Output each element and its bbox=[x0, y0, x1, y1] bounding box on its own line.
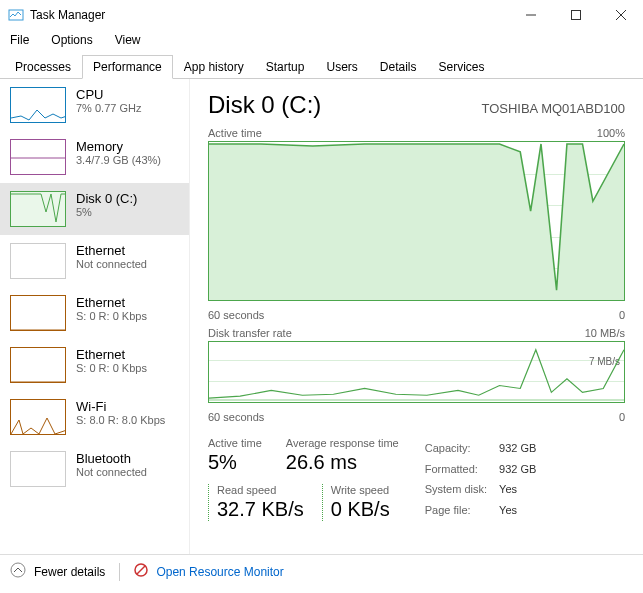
sidebar-item-bt-7[interactable]: BluetoothNot connected bbox=[0, 443, 189, 495]
thumb-mem bbox=[10, 139, 66, 175]
chart2-axis-left: 60 seconds bbox=[208, 411, 264, 423]
resource-monitor-icon bbox=[134, 563, 148, 580]
chart1-label-left: Active time bbox=[208, 127, 262, 139]
sidebar-sub: Not connected bbox=[76, 258, 147, 270]
thumb-cpu bbox=[10, 87, 66, 123]
thumb-wifi bbox=[10, 399, 66, 435]
sidebar-item-eth1-4[interactable]: EthernetS: 0 R: 0 Kbps bbox=[0, 287, 189, 339]
write-speed-label: Write speed bbox=[331, 484, 390, 496]
window-title: Task Manager bbox=[30, 8, 508, 22]
sidebar-title: Ethernet bbox=[76, 347, 147, 362]
sidebar-title: CPU bbox=[76, 87, 141, 102]
close-button[interactable] bbox=[598, 0, 643, 30]
titlebar[interactable]: Task Manager bbox=[0, 0, 643, 30]
thumb-bt bbox=[10, 451, 66, 487]
tab-details[interactable]: Details bbox=[369, 55, 428, 79]
avg-response-value: 26.6 ms bbox=[286, 451, 399, 474]
sidebar-item-cpu-0[interactable]: CPU7% 0.77 GHz bbox=[0, 79, 189, 131]
tab-performance[interactable]: Performance bbox=[82, 55, 173, 79]
chart1-axis-right: 0 bbox=[619, 309, 625, 321]
sidebar-item-wifi-6[interactable]: Wi-FiS: 8.0 R: 8.0 Kbps bbox=[0, 391, 189, 443]
sidebar-sub: 7% 0.77 GHz bbox=[76, 102, 141, 114]
sidebar-title: Disk 0 (C:) bbox=[76, 191, 137, 206]
sidebar-sub: Not connected bbox=[76, 466, 147, 478]
sidebar-item-eth0-3[interactable]: EthernetNot connected bbox=[0, 235, 189, 287]
svg-rect-2 bbox=[571, 11, 580, 20]
tab-users[interactable]: Users bbox=[315, 55, 368, 79]
menu-view[interactable]: View bbox=[111, 31, 145, 49]
sidebar-item-disk-2[interactable]: Disk 0 (C:)5% bbox=[0, 183, 189, 235]
write-speed-value: 0 KB/s bbox=[331, 498, 390, 521]
sidebar-sub: S: 0 R: 0 Kbps bbox=[76, 310, 147, 322]
sidebar-sub: 3.4/7.9 GB (43%) bbox=[76, 154, 161, 166]
menu-options[interactable]: Options bbox=[47, 31, 96, 49]
chevron-up-icon bbox=[10, 562, 26, 581]
fewer-details-button[interactable]: Fewer details bbox=[34, 565, 105, 579]
sidebar-item-eth1-5[interactable]: EthernetS: 0 R: 0 Kbps bbox=[0, 339, 189, 391]
page-title: Disk 0 (C:) bbox=[208, 91, 321, 119]
minimize-button[interactable] bbox=[508, 0, 553, 30]
thumb-eth1 bbox=[10, 347, 66, 383]
chart2-label-right: 10 MB/s bbox=[585, 327, 625, 339]
tab-processes[interactable]: Processes bbox=[4, 55, 82, 79]
svg-line-11 bbox=[137, 566, 145, 574]
read-speed-label: Read speed bbox=[217, 484, 304, 496]
app-icon bbox=[8, 7, 24, 23]
chart2-axis-right: 0 bbox=[619, 411, 625, 423]
chart2-label-left: Disk transfer rate bbox=[208, 327, 292, 339]
thumb-eth1 bbox=[10, 295, 66, 331]
menubar: File Options View bbox=[0, 30, 643, 50]
thumb-eth0 bbox=[10, 243, 66, 279]
maximize-button[interactable] bbox=[553, 0, 598, 30]
tab-app-history[interactable]: App history bbox=[173, 55, 255, 79]
sidebar-title: Wi-Fi bbox=[76, 399, 165, 414]
tab-services[interactable]: Services bbox=[428, 55, 496, 79]
main-panel: Disk 0 (C:) TOSHIBA MQ01ABD100 Active ti… bbox=[190, 79, 643, 554]
disk-properties: Capacity:932 GB Formatted:932 GB System … bbox=[423, 437, 549, 521]
menu-file[interactable]: File bbox=[6, 31, 33, 49]
chart1-label-right: 100% bbox=[597, 127, 625, 139]
sidebar-title: Memory bbox=[76, 139, 161, 154]
disk-model: TOSHIBA MQ01ABD100 bbox=[481, 101, 625, 116]
read-speed-value: 32.7 KB/s bbox=[217, 498, 304, 521]
sidebar-sub: S: 0 R: 0 Kbps bbox=[76, 362, 147, 374]
active-time-label: Active time bbox=[208, 437, 262, 449]
tab-startup[interactable]: Startup bbox=[255, 55, 316, 79]
sidebar-title: Ethernet bbox=[76, 243, 147, 258]
sidebar-sub: S: 8.0 R: 8.0 Kbps bbox=[76, 414, 165, 426]
footer: Fewer details Open Resource Monitor bbox=[0, 554, 643, 588]
thumb-disk bbox=[10, 191, 66, 227]
sidebar-item-mem-1[interactable]: Memory3.4/7.9 GB (43%) bbox=[0, 131, 189, 183]
transfer-rate-chart: 7 MB/s bbox=[208, 341, 625, 403]
open-resource-monitor-link[interactable]: Open Resource Monitor bbox=[156, 565, 283, 579]
sidebar-sub: 5% bbox=[76, 206, 137, 218]
sidebar-title: Bluetooth bbox=[76, 451, 147, 466]
active-time-chart bbox=[208, 141, 625, 301]
sidebar[interactable]: CPU7% 0.77 GHzMemory3.4/7.9 GB (43%)Disk… bbox=[0, 79, 190, 554]
tab-bar: Processes Performance App history Startu… bbox=[0, 54, 643, 79]
chart1-axis-left: 60 seconds bbox=[208, 309, 264, 321]
avg-response-label: Average response time bbox=[286, 437, 399, 449]
sidebar-title: Ethernet bbox=[76, 295, 147, 310]
active-time-value: 5% bbox=[208, 451, 262, 474]
svg-point-9 bbox=[11, 563, 25, 577]
